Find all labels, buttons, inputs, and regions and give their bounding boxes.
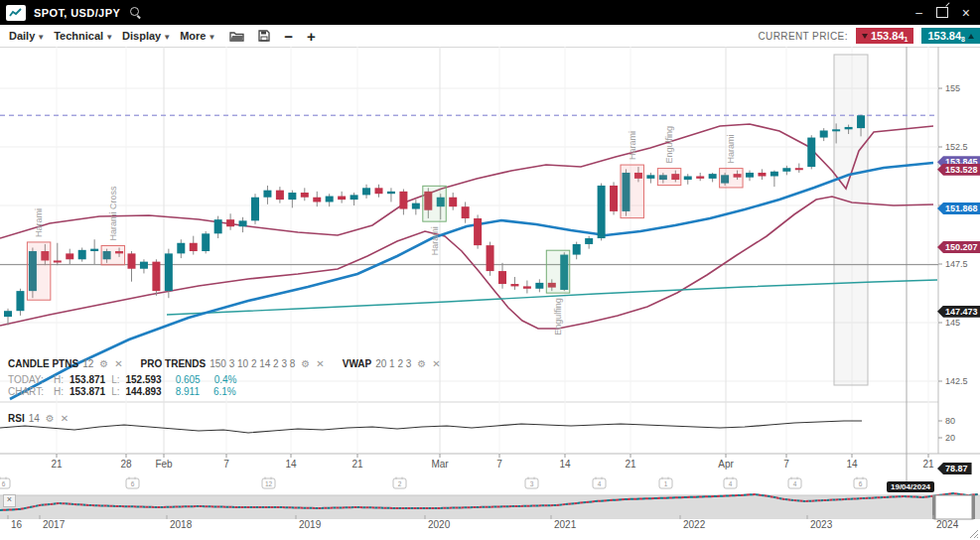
navigator-handle-right[interactable] xyxy=(972,495,976,519)
pattern-box xyxy=(621,165,643,218)
chart-app-icon xyxy=(6,5,26,21)
pattern-box xyxy=(101,245,124,264)
x-axis-tick: 21 xyxy=(351,459,363,470)
svg-text:80: 80 xyxy=(945,416,955,426)
candle xyxy=(510,284,518,286)
candle xyxy=(362,188,370,195)
x-axis-tick: Mar xyxy=(431,459,449,470)
arrow-up-icon xyxy=(968,34,974,39)
calendar-badge[interactable]: 3 xyxy=(525,477,538,489)
candle xyxy=(387,192,395,194)
menu-daily[interactable]: Daily▼ xyxy=(9,30,45,42)
gear-icon[interactable]: ⚙ xyxy=(46,413,55,424)
zoom-out-button[interactable]: − xyxy=(284,29,293,44)
candle xyxy=(350,195,358,200)
chevron-down-icon: ▼ xyxy=(37,33,45,42)
candle xyxy=(338,197,346,201)
gear-icon[interactable]: ⚙ xyxy=(99,358,108,369)
calendar-badge[interactable]: 12 xyxy=(262,477,275,489)
navigator-year: 2020 xyxy=(428,519,451,530)
candle xyxy=(523,286,531,288)
navigator-year: 2018 xyxy=(170,519,193,530)
bid-price-badge: 153.841 xyxy=(856,28,914,44)
open-folder-icon[interactable] xyxy=(229,31,244,42)
pattern-label: Harami xyxy=(34,208,44,237)
pattern-label: Harami xyxy=(430,226,440,255)
candle xyxy=(78,250,86,259)
calendar-badge[interactable]: 4 xyxy=(593,477,606,489)
price-tag: 150.207 xyxy=(937,241,980,253)
zoom-selection-box xyxy=(834,55,868,385)
y-axis-tick: 145 xyxy=(945,318,960,328)
calendar-badge[interactable]: 4 xyxy=(788,477,801,489)
menu-display[interactable]: Display▼ xyxy=(122,30,171,42)
calendar-badge[interactable]: 2 xyxy=(393,477,406,489)
candle xyxy=(449,198,457,206)
close-icon[interactable]: ✕ xyxy=(316,358,324,369)
popout-button[interactable] xyxy=(936,7,948,18)
candle xyxy=(54,260,62,262)
candle xyxy=(832,129,840,131)
candle xyxy=(573,244,581,255)
resize-handle[interactable] xyxy=(969,529,979,539)
trading-app-window: SPOT, USD/JPY – × Daily▼ Technical▼ Disp… xyxy=(0,0,980,540)
chevron-down-icon: ▼ xyxy=(163,33,171,42)
x-axis-tick: 7 xyxy=(223,459,229,470)
x-axis-tick: Feb xyxy=(155,459,173,470)
pattern-label: Harami xyxy=(628,131,637,160)
calendar-badge[interactable]: 6 xyxy=(126,477,139,489)
close-button[interactable]: × xyxy=(962,6,970,20)
save-icon[interactable] xyxy=(258,30,270,42)
indicator-candle-ptns: CANDLE PTNS xyxy=(8,358,78,369)
menu-more[interactable]: More▼ xyxy=(180,30,215,42)
chevron-down-icon: ▼ xyxy=(208,33,215,42)
y-axis-tick: 147.5 xyxy=(945,259,968,269)
calendar-badge[interactable]: 1 xyxy=(659,477,672,489)
candle xyxy=(845,127,853,129)
close-icon[interactable]: ✕ xyxy=(432,358,440,369)
svg-text:6: 6 xyxy=(131,480,135,487)
candle xyxy=(610,186,618,211)
svg-text:4: 4 xyxy=(729,480,733,487)
close-icon[interactable]: ✕ xyxy=(61,413,69,424)
x-axis-tick: 7 xyxy=(496,459,502,470)
candle xyxy=(474,218,482,245)
candle xyxy=(795,168,803,170)
candle xyxy=(313,198,321,202)
calendar-badge[interactable]: 6 xyxy=(0,477,10,489)
price-chart[interactable]: 2128Feb71421Mar71421Apr71421HaramiHarami… xyxy=(0,47,980,540)
svg-text:1: 1 xyxy=(664,480,668,487)
candle xyxy=(487,245,494,271)
candle xyxy=(535,283,543,289)
close-icon[interactable]: ✕ xyxy=(114,358,122,369)
pattern-label: Harami Cross xyxy=(108,186,118,241)
minimize-button[interactable]: – xyxy=(915,7,922,19)
candle xyxy=(758,173,766,177)
calendar-badge[interactable]: 6 xyxy=(854,477,867,489)
y-axis-tick: 142.5 xyxy=(945,376,968,386)
y-axis-tick: 155 xyxy=(945,83,960,93)
x-axis-tick: 7 xyxy=(783,459,789,470)
navigator-selection[interactable] xyxy=(934,495,973,519)
navigator-close-icon[interactable]: × xyxy=(3,494,16,507)
candle xyxy=(585,238,593,244)
calendar-badge[interactable]: 4 xyxy=(724,477,737,489)
candle xyxy=(202,233,210,251)
window-title: SPOT, USD/JPY xyxy=(34,7,120,19)
ask-price-badge: 153.848 xyxy=(921,28,980,44)
gear-icon[interactable]: ⚙ xyxy=(417,358,426,369)
menu-technical[interactable]: Technical▼ xyxy=(54,30,113,42)
search-icon[interactable] xyxy=(130,7,142,19)
indicator-pro-trends: PRO TRENDS xyxy=(141,358,207,369)
candle xyxy=(190,243,198,251)
candle xyxy=(251,198,259,221)
zoom-in-button[interactable]: + xyxy=(307,29,316,44)
candle xyxy=(399,192,407,209)
candle xyxy=(782,168,790,172)
gear-icon[interactable]: ⚙ xyxy=(301,358,310,369)
today-change-pct: 0.4% xyxy=(214,374,237,385)
candle xyxy=(807,138,815,168)
candle xyxy=(820,130,828,137)
candle xyxy=(770,172,778,177)
candle xyxy=(301,193,309,198)
